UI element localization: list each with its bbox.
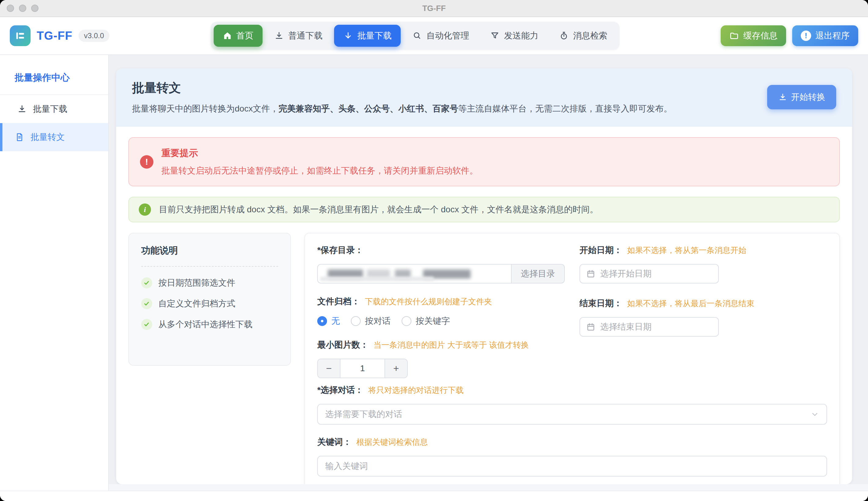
warning-body: 重要提示 批量转文启动后无法中途暂停或停止，如需终止下载任务，请关闭并重新启动软…	[161, 147, 478, 177]
filter-icon	[490, 31, 500, 41]
feature-item-label: 自定义文件归档方式	[158, 298, 235, 309]
check-icon	[141, 319, 152, 330]
download-tray-icon	[778, 93, 787, 102]
body: 批量操作中心 批量下载 批量转文	[0, 55, 868, 491]
close-button[interactable]	[7, 4, 14, 12]
form-right-column: 开始日期： 如果不选择，将从第一条消息开始	[580, 244, 827, 384]
app-logo-icon	[10, 25, 31, 46]
radio-label: 按关键字	[416, 315, 450, 327]
sidebar: 批量操作中心 批量下载 批量转文	[0, 55, 109, 491]
desc-suffix: 等主流自媒体平台，无需二次排版，直接导入即可发布。	[458, 104, 672, 113]
version-badge: v3.0.0	[78, 30, 109, 42]
titlebar: TG-FF	[0, 0, 868, 17]
dialog-select-input[interactable]	[325, 409, 806, 419]
warning-alert: ! 重要提示 批量转文启动后无法中途暂停或停止，如需终止下载任务，请关闭并重新启…	[128, 137, 840, 186]
stepper-decrease-button[interactable]: −	[318, 359, 340, 377]
zoom-button[interactable]	[31, 4, 39, 12]
page-title: 批量转文	[132, 79, 672, 96]
content-bottom-strip	[109, 484, 868, 491]
save-directory-input[interactable]	[317, 264, 511, 284]
radio-archive-none[interactable]: 无	[317, 315, 340, 327]
main-nav: 首页 普通下载 批量下载	[211, 22, 620, 50]
arrow-down-icon	[343, 31, 353, 41]
nav-tab-label: 消息检索	[573, 30, 607, 42]
feature-item: 从多个对话中选择性下载	[141, 319, 278, 330]
info-text: 目前只支持把图片转成 docx 文档。如果一条消息里有图片，就会生成一个 doc…	[159, 204, 598, 215]
start-convert-label: 开始转换	[791, 91, 825, 103]
window-footer	[0, 491, 868, 501]
search-icon	[412, 31, 422, 41]
warning-icon: !	[140, 155, 154, 169]
start-date-label-text: 开始日期：	[580, 244, 622, 256]
nav-tab-message-search[interactable]: 消息检索	[550, 25, 616, 47]
sidebar-item-batch-convert[interactable]: 批量转文	[0, 123, 108, 151]
nav-tab-batch-download[interactable]: 批量下载	[334, 25, 401, 47]
start-convert-button[interactable]: 开始转换	[767, 85, 836, 109]
radio-archive-by-keyword[interactable]: 按关键字	[402, 315, 450, 327]
min-images-label-text: 最小图片数：	[317, 339, 369, 351]
keywords-label: 关键词： 根据关键词检索信息	[317, 436, 827, 448]
exclamation-circle-icon: !	[801, 31, 811, 41]
end-date-input[interactable]	[600, 322, 712, 332]
min-images-value-input[interactable]	[340, 359, 384, 377]
home-icon	[223, 31, 232, 40]
nav-tab-label: 批量下载	[357, 30, 392, 42]
brand: TG-FF v3.0.0	[10, 25, 109, 46]
feature-item-label: 按日期范围筛选文件	[158, 277, 235, 289]
select-dialog-label-text: *选择对话：	[317, 384, 363, 396]
nav-tab-normal-download[interactable]: 普通下载	[265, 25, 332, 47]
feature-item: 自定义文件归档方式	[141, 298, 278, 309]
nav-tab-label: 自动化管理	[426, 30, 469, 42]
panels: 功能说明 按日期范围筛选文件 自定义文件归档方式	[116, 222, 852, 484]
warning-text: 批量转文启动后无法中途暂停或停止，如需终止下载任务，请关闭并重新启动软件。	[161, 165, 478, 177]
nav-tab-home[interactable]: 首页	[214, 25, 263, 47]
keywords-field[interactable]	[317, 456, 827, 477]
cache-info-button[interactable]: 缓存信息	[721, 25, 786, 46]
stopwatch-icon	[559, 31, 569, 41]
nav-actions: 缓存信息 ! 退出程序	[721, 25, 858, 46]
page-header-text: 批量转文 批量将聊天中的图片转换为docx文件，完美兼容知乎、头条、公众号、小红…	[132, 79, 672, 115]
quit-button[interactable]: ! 退出程序	[792, 25, 858, 46]
top-navbar: TG-FF v3.0.0 首页 普通下载	[0, 17, 868, 55]
radio-archive-by-dialog[interactable]: 按对话	[351, 315, 391, 327]
archive-label-text: 文件归档：	[317, 296, 360, 307]
download-tray-icon	[17, 104, 27, 114]
end-date-picker[interactable]	[580, 317, 719, 337]
page-header: 批量转文 批量将聊天中的图片转换为docx文件，完美兼容知乎、头条、公众号、小红…	[116, 68, 852, 127]
quit-label: 退出程序	[815, 30, 850, 42]
choose-directory-button[interactable]: 选择目录	[511, 264, 565, 284]
info-icon: i	[139, 203, 151, 216]
nav-tab-label: 普通下载	[288, 30, 322, 42]
nav-tab-label: 首页	[236, 30, 253, 42]
app-name: TG-FF	[37, 29, 72, 42]
stepper-increase-button[interactable]: +	[384, 359, 407, 377]
archive-radio-group: 无 按对话 按关键字	[317, 315, 565, 327]
redacted-path-shadow	[320, 277, 434, 281]
info-alert: i 目前只支持把图片转成 docx 文档。如果一条消息里有图片，就会生成一个 d…	[128, 197, 840, 222]
min-images-hint: 当一条消息中的图片 大于或等于 该值才转换	[373, 340, 529, 350]
nav-tab-automation[interactable]: 自动化管理	[403, 25, 478, 47]
min-images-stepper: − +	[317, 359, 408, 378]
feature-panel: 功能说明 按日期范围筛选文件 自定义文件归档方式	[128, 233, 291, 366]
start-date-input[interactable]	[600, 269, 712, 279]
end-date-label-text: 结束日期：	[580, 298, 622, 309]
calendar-icon	[586, 322, 595, 331]
minimize-button[interactable]	[19, 4, 26, 12]
feature-divider	[141, 266, 278, 267]
dialog-select[interactable]	[317, 404, 827, 425]
sidebar-item-label: 批量下载	[33, 103, 67, 115]
sidebar-item-batch-download[interactable]: 批量下载	[0, 95, 108, 123]
start-date-picker[interactable]	[580, 264, 719, 284]
keywords-input[interactable]	[325, 461, 819, 471]
content-area: 批量转文 批量将聊天中的图片转换为docx文件，完美兼容知乎、头条、公众号、小红…	[109, 55, 868, 491]
download-tray-icon	[274, 31, 284, 41]
form-grid: *保存目录：	[317, 244, 827, 384]
select-dialog-hint: 将只对选择的对话进行下载	[368, 385, 464, 396]
start-date-label: 开始日期： 如果不选择，将从第一条消息开始	[580, 244, 827, 256]
nav-tab-send[interactable]: 发送能力	[481, 25, 547, 47]
end-date-hint: 如果不选择，将从最后一条消息结束	[627, 298, 754, 309]
document-icon	[15, 132, 24, 142]
radio-dot-icon	[351, 316, 361, 326]
check-icon	[141, 298, 152, 309]
form-left-column: *保存目录：	[317, 244, 565, 384]
